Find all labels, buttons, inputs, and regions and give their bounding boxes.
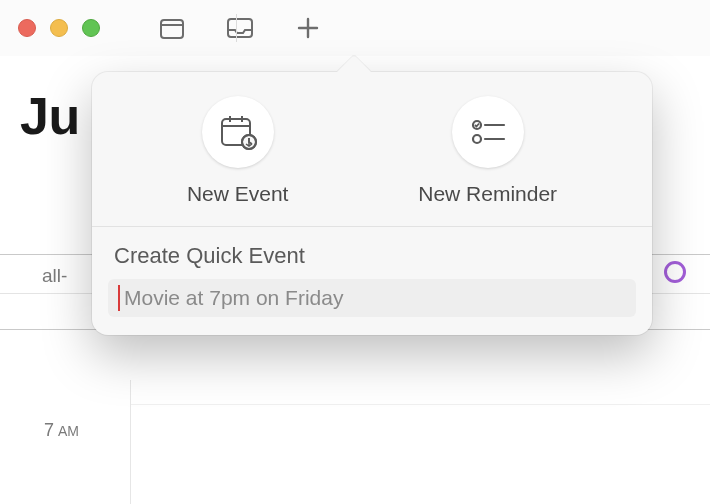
calendar-list-button[interactable] <box>160 16 184 40</box>
quick-event-placeholder: Movie at 7pm on Friday <box>124 286 343 310</box>
calendar-window: Ju all- ••• • 7AM <box>0 0 710 504</box>
toolbar <box>160 16 320 40</box>
svg-rect-2 <box>228 19 252 37</box>
add-button[interactable] <box>296 16 320 40</box>
text-caret <box>118 285 120 311</box>
calendar-icon <box>160 17 184 39</box>
time-hour: 7 <box>44 420 54 440</box>
new-event-button[interactable]: New Event <box>187 96 289 206</box>
reminder-list-icon <box>470 117 506 147</box>
minimize-window-button[interactable] <box>50 19 68 37</box>
close-window-button[interactable] <box>18 19 36 37</box>
toolbar-divider <box>236 14 237 42</box>
calendar-add-icon <box>219 114 257 150</box>
new-event-popover: New Event New Reminder <box>92 72 652 335</box>
time-label-7am: 7AM <box>44 420 79 441</box>
svg-rect-0 <box>161 20 183 38</box>
new-reminder-button[interactable]: New Reminder <box>418 96 557 206</box>
quick-event-section-title: Create Quick Event <box>92 227 652 279</box>
time-grid[interactable] <box>130 380 710 504</box>
time-grid-area: 7AM <box>0 380 710 504</box>
inbox-icon <box>227 18 253 38</box>
fullscreen-window-button[interactable] <box>82 19 100 37</box>
new-event-label: New Event <box>187 182 289 206</box>
window-titlebar <box>0 0 710 56</box>
svg-point-13 <box>473 135 481 143</box>
time-ampm: AM <box>58 423 79 439</box>
window-controls <box>18 19 100 37</box>
plus-icon <box>297 17 319 39</box>
allday-label: all- <box>42 265 67 287</box>
allday-event-marker[interactable] <box>664 261 686 283</box>
inbox-button[interactable] <box>228 16 252 40</box>
new-reminder-label: New Reminder <box>418 182 557 206</box>
quick-event-input[interactable]: Movie at 7pm on Friday <box>108 279 636 317</box>
month-title: Ju <box>20 86 80 146</box>
popover-buttons-row: New Event New Reminder <box>92 72 652 227</box>
